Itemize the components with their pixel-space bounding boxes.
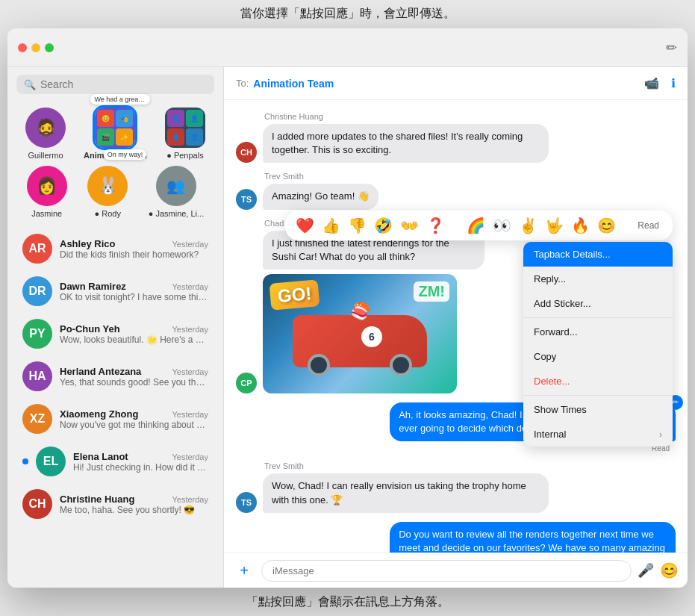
tapback-fire[interactable]: 🔥 bbox=[571, 217, 590, 234]
message-row: TS Wow, Chad! I can really envision us t… bbox=[236, 473, 676, 512]
sender-name: Dawn Ramirez bbox=[60, 281, 126, 292]
info-button[interactable]: ℹ bbox=[671, 76, 676, 90]
pinned-contact-rody[interactable]: 🐰 On my way! ● Rody bbox=[87, 166, 128, 218]
tapback-peace[interactable]: ✌️ bbox=[519, 217, 537, 234]
video-call-button[interactable]: 📹 bbox=[644, 76, 659, 90]
ctx-label: Reply... bbox=[534, 273, 566, 284]
context-menu: Tapback Details... Reply... Add Sticker.… bbox=[523, 242, 673, 447]
message-header: Elena Lanot Yesterday bbox=[73, 451, 208, 462]
list-item[interactable]: HA Herland Antezana Yesterday Yes, that … bbox=[12, 355, 219, 397]
tapback-haha[interactable]: 🤣 bbox=[374, 217, 393, 234]
preview-bubble-rody: On my way! bbox=[104, 149, 147, 160]
message-preview: Did the kids finish their homework? bbox=[60, 249, 208, 260]
ctx-label: Copy bbox=[534, 351, 556, 362]
message-bubble[interactable]: Amazing! Go team! 👋 bbox=[263, 184, 378, 209]
list-item[interactable]: DR Dawn Ramirez Yesterday OK to visit to… bbox=[12, 270, 219, 312]
search-icon: 🔍 bbox=[24, 79, 36, 90]
list-item[interactable]: CH Christine Huang Yesterday Me too, hah… bbox=[12, 483, 219, 525]
list-item[interactable]: PY Po-Chun Yeh Yesterday Wow, looks beau… bbox=[12, 313, 219, 355]
tapback-thumbsup[interactable]: 👍 bbox=[322, 217, 340, 234]
tapback-smile[interactable]: 😊 bbox=[597, 217, 616, 234]
preview-bubble-animation: We had a great time. Home with... bbox=[90, 94, 150, 105]
sender-name: Elena Lanot bbox=[73, 451, 128, 462]
pinned-label-jasmine: Jasmine bbox=[31, 209, 62, 218]
tapback-question[interactable]: ❓ bbox=[426, 217, 445, 234]
avatar-jasmine-li: 👥 bbox=[156, 166, 196, 206]
pinned-contact-guillermo[interactable]: 🧔 Guillermo bbox=[25, 108, 66, 160]
message-preview: Wow, looks beautiful. 🌟 Here's a photo o… bbox=[60, 335, 208, 345]
fullscreen-button[interactable] bbox=[45, 43, 54, 52]
message-time: Yesterday bbox=[172, 325, 208, 334]
ctx-show-times[interactable]: Show Times bbox=[523, 397, 673, 422]
avatar-wrap-penpals: 👤 👤 👤 👤 bbox=[165, 108, 205, 148]
ctx-forward[interactable]: Forward... bbox=[523, 320, 673, 344]
message-preview: Yes, that sounds good! See you then. bbox=[60, 377, 208, 388]
tapback-heart[interactable]: ❤️ bbox=[296, 217, 314, 234]
minimize-button[interactable] bbox=[31, 43, 40, 52]
pinned-label-jasmine-li: ● Jasmine, Li... bbox=[149, 209, 205, 218]
sidebar: 🔍 🧔 Guillermo 😊 🎭 🎬 bbox=[7, 28, 224, 588]
avatar-wrap-rody: 🐰 On my way! bbox=[87, 166, 128, 206]
tapback-thumbsdown[interactable]: 👎 bbox=[348, 217, 367, 234]
avatar: AR bbox=[22, 234, 52, 264]
tapback-love-hand[interactable]: 🤟 bbox=[545, 217, 564, 234]
submenu-chevron-icon: › bbox=[659, 429, 662, 440]
avatar-wrap-jasmine-li: 👥 bbox=[156, 166, 196, 206]
message-bubble[interactable]: Wow, Chad! I can really envision us taki… bbox=[263, 473, 549, 512]
pinned-label-penpals: ● Penpals bbox=[166, 151, 203, 160]
ctx-delete[interactable]: Delete... bbox=[523, 369, 673, 393]
zoom-sticker: ZM! bbox=[414, 281, 449, 302]
emoji-button[interactable]: 😊 bbox=[660, 561, 679, 579]
ctx-tapback-details[interactable]: Tapback Details... bbox=[523, 242, 673, 267]
search-bar[interactable]: 🔍 bbox=[16, 75, 214, 94]
message-bubble[interactable]: Do you want to review all the renders to… bbox=[390, 522, 676, 553]
add-attachment-button[interactable]: + bbox=[233, 559, 255, 582]
message-row: TS Amazing! Go team! 👋 bbox=[236, 184, 676, 209]
pinned-contact-penpals[interactable]: 👤 👤 👤 👤 ● Penpals bbox=[165, 108, 205, 160]
car-wheel-left bbox=[308, 354, 330, 376]
message-header: Dawn Ramirez Yesterday bbox=[60, 281, 208, 292]
ctx-internal[interactable]: Internal › bbox=[523, 422, 673, 447]
avatar: PY bbox=[22, 319, 52, 349]
message-group: Trev Smith TS Wow, Chad! I can really en… bbox=[236, 461, 676, 512]
annotation-bottom: 「點按回應」會顯示在訊息上方角落。 bbox=[0, 588, 695, 616]
pinned-contact-jasmine-li[interactable]: 👥 ● Jasmine, Li... bbox=[149, 166, 205, 218]
message-input[interactable] bbox=[261, 560, 632, 582]
pinned-contacts-row2: 👩 Jasmine 🐰 On my way! ● Rody 👥 bbox=[7, 163, 223, 224]
message-bubble[interactable]: I added more updates to the shared files… bbox=[263, 124, 549, 163]
chat-recipient[interactable]: Animation Team bbox=[253, 78, 334, 90]
avatar-animation-team: 😊 🎭 🎬 ✨ bbox=[95, 108, 135, 148]
message-sender-label: Trev Smith bbox=[264, 172, 676, 181]
pinned-label-rody: ● Rody bbox=[95, 209, 121, 218]
message-group: Do you want to review all the renders to… bbox=[236, 522, 676, 553]
compose-button[interactable]: ✏ bbox=[666, 40, 677, 56]
list-item[interactable]: XZ Xiaomeng Zhong Yesterday Now you've g… bbox=[12, 398, 219, 440]
ctx-label: Show Times bbox=[534, 404, 587, 415]
sender-name: Xiaomeng Zhong bbox=[60, 408, 138, 420]
avatar: CH bbox=[22, 489, 52, 519]
message-header: Po-Chun Yeh Yesterday bbox=[60, 323, 208, 335]
tapback-eyes[interactable]: 👀 bbox=[493, 217, 511, 234]
tapback-bar[interactable]: ❤️ 👍 👎 🤣 👐 ❓ 🌈 👀 ✌️ 🤟 🔥 😊 Read bbox=[285, 211, 673, 240]
list-item[interactable]: EL Elena Lanot Yesterday Hi! Just checki… bbox=[12, 441, 219, 482]
message-content: Xiaomeng Zhong Yesterday Now you've got … bbox=[60, 408, 208, 430]
search-input[interactable] bbox=[40, 78, 207, 90]
ctx-copy[interactable]: Copy bbox=[523, 344, 673, 369]
annotation-top: 當你選擇「點按回應」時，會立即傳送。 bbox=[0, 0, 695, 28]
message-image[interactable]: GO! ZM! 🍣 6 bbox=[263, 274, 457, 393]
list-item[interactable]: AR Ashley Rico Yesterday Did the kids fi… bbox=[12, 228, 219, 270]
chat-actions: 📹 ℹ bbox=[644, 76, 676, 90]
sender-name: Christine Huang bbox=[60, 494, 134, 505]
ctx-add-sticker[interactable]: Add Sticker... bbox=[523, 291, 673, 316]
message-header: Christine Huang Yesterday bbox=[60, 494, 208, 505]
avatar: CH bbox=[236, 142, 257, 163]
audio-button[interactable]: 🎤 bbox=[638, 562, 654, 579]
pinned-contact-jasmine[interactable]: 👩 Jasmine bbox=[27, 166, 67, 218]
to-label: To: bbox=[236, 78, 249, 89]
ctx-reply[interactable]: Reply... bbox=[523, 267, 673, 291]
ctx-label: Internal bbox=[534, 429, 566, 440]
tapback-hands[interactable]: 👐 bbox=[400, 217, 419, 234]
close-button[interactable] bbox=[18, 43, 27, 52]
message-row: CH I added more updates to the shared fi… bbox=[236, 124, 676, 163]
tapback-rainbow[interactable]: 🌈 bbox=[467, 217, 485, 234]
